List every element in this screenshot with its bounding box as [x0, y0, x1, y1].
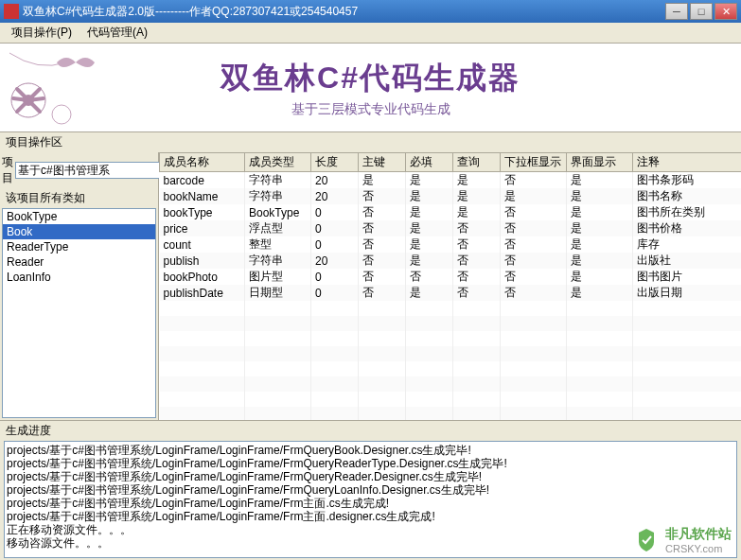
table-cell: publishDate — [160, 285, 245, 301]
table-cell: 是 — [406, 204, 453, 220]
app-icon — [4, 4, 19, 19]
table-cell: 否 — [359, 204, 406, 220]
class-list[interactable]: BookTypeBookReaderTypeReaderLoanInfo — [2, 208, 156, 418]
table-cell: 字符串 — [245, 253, 311, 269]
table-cell: 是 — [567, 253, 633, 269]
table-row — [160, 376, 742, 392]
table-cell: 浮点型 — [245, 220, 311, 236]
table-row — [160, 331, 742, 346]
table-row[interactable]: publish字符串20否是否否是出版社 — [160, 253, 742, 269]
main-area: 项目 ▼ 该项目所有类如 BookTypeBookReaderTypeReade… — [0, 152, 741, 420]
column-header[interactable]: 下拉框显示 — [501, 153, 567, 172]
grid-header-row: 成员名称成员类型长度主键必填查询下拉框显示界面显示注释 — [160, 153, 742, 172]
column-header[interactable]: 界面显示 — [567, 153, 633, 172]
project-combo-input[interactable] — [15, 162, 163, 179]
column-header[interactable]: 查询 — [453, 153, 501, 172]
table-cell: 出版社 — [633, 253, 742, 269]
banner: 双鱼林C#代码生成器 基于三层模式专业代码生成 — [0, 44, 741, 132]
table-cell: 否 — [453, 285, 501, 301]
column-header[interactable]: 注释 — [633, 153, 742, 172]
left-panel: 项目 ▼ 该项目所有类如 BookTypeBookReaderTypeReade… — [0, 152, 159, 420]
table-cell: 0 — [311, 269, 359, 285]
close-button[interactable]: ✕ — [715, 3, 737, 20]
table-row[interactable]: count整型0否是否否是库存 — [160, 236, 742, 253]
table-cell: 是 — [567, 269, 633, 285]
table-row[interactable]: bookPhoto图片型0否否否否是图书图片 — [160, 269, 742, 285]
table-cell: 是 — [567, 188, 633, 204]
table-row[interactable]: barcode字符串20是是是否是图书条形码 — [160, 172, 742, 189]
column-header[interactable]: 必填 — [406, 153, 453, 172]
table-row[interactable]: bookName字符串20否是是是是图书名称 — [160, 188, 742, 204]
table-row[interactable]: publishDate日期型0否是否否是出版日期 — [160, 285, 742, 301]
right-panel: 成员名称成员类型长度主键必填查询下拉框显示界面显示注释 barcode字符串20… — [159, 152, 741, 420]
table-cell: 是 — [406, 172, 453, 189]
table-cell: count — [160, 236, 245, 253]
table-cell: 否 — [359, 236, 406, 253]
table-row — [160, 301, 742, 316]
menu-codemgr[interactable]: 代码管理(A) — [79, 23, 155, 43]
minimize-button[interactable]: ─ — [665, 3, 688, 20]
table-cell: price — [160, 220, 245, 236]
table-cell: 字符串 — [245, 172, 311, 189]
table-cell: 整型 — [245, 236, 311, 253]
table-cell: 否 — [501, 220, 567, 236]
table-cell: 是 — [567, 172, 633, 189]
table-cell: 否 — [406, 269, 453, 285]
log-output[interactable]: projects/基于c#图书管理系统/LoginFrame/LoginFram… — [4, 441, 737, 558]
table-cell: 否 — [501, 236, 567, 253]
table-cell: 0 — [311, 220, 359, 236]
table-cell: 是 — [406, 236, 453, 253]
svg-point-2 — [52, 105, 71, 124]
table-cell: 0 — [311, 236, 359, 253]
table-cell: bookType — [160, 204, 245, 220]
column-header[interactable]: 主键 — [359, 153, 406, 172]
project-label: 项目 — [2, 154, 13, 186]
maximize-button[interactable]: □ — [690, 3, 713, 20]
menu-project[interactable]: 项目操作(P) — [4, 23, 79, 43]
watermark-logo-icon — [633, 527, 660, 553]
class-item[interactable]: LoanInfo — [3, 270, 155, 285]
class-list-label: 该项目所有类如 — [0, 188, 158, 208]
table-cell: 否 — [501, 269, 567, 285]
table-cell: 否 — [359, 269, 406, 285]
table-row[interactable]: bookTypeBookType0否是是否是图书所在类别 — [160, 204, 742, 220]
watermark: 非凡软件站 CRSKY.com — [633, 526, 732, 554]
table-cell: 图书所在类别 — [633, 204, 742, 220]
table-cell: 否 — [453, 269, 501, 285]
table-row[interactable]: price浮点型0否是否否是图书价格 — [160, 220, 742, 236]
table-cell: 0 — [311, 285, 359, 301]
table-cell: 是 — [567, 236, 633, 253]
log-line: 正在移动资源文件。。。 — [7, 523, 734, 536]
table-cell: 图书图片 — [633, 269, 742, 285]
table-cell: 20 — [311, 172, 359, 189]
class-item[interactable]: ReaderType — [3, 239, 155, 254]
column-header[interactable]: 成员类型 — [245, 153, 311, 172]
banner-decoration — [0, 44, 151, 132]
member-grid[interactable]: 成员名称成员类型长度主键必填查询下拉框显示界面显示注释 barcode字符串20… — [159, 152, 741, 420]
column-header[interactable]: 长度 — [311, 153, 359, 172]
class-item[interactable]: BookType — [3, 209, 155, 224]
table-cell: 否 — [359, 220, 406, 236]
table-row — [160, 392, 742, 407]
class-item[interactable]: Book — [3, 224, 155, 239]
table-cell: 是 — [406, 220, 453, 236]
table-cell: 否 — [453, 236, 501, 253]
table-cell: barcode — [160, 172, 245, 189]
table-cell: 字符串 — [245, 188, 311, 204]
banner-title: 双鱼林C#代码生成器 — [221, 58, 520, 99]
table-row — [160, 346, 742, 361]
table-cell: 20 — [311, 188, 359, 204]
banner-subtitle: 基于三层模式专业代码生成 — [291, 101, 450, 118]
table-cell: 是 — [453, 172, 501, 189]
column-header[interactable]: 成员名称 — [160, 153, 245, 172]
table-row — [160, 407, 742, 420]
table-cell: 图书条形码 — [633, 172, 742, 189]
ops-section-label: 项目操作区 — [0, 132, 741, 152]
log-line: projects/基于c#图书管理系统/LoginFrame/LoginFram… — [7, 457, 734, 470]
window-title: 双鱼林C#代码生成器2.0版---------作者QQ:287307421或25… — [23, 4, 665, 20]
table-cell: 是 — [567, 204, 633, 220]
log-line: projects/基于c#图书管理系统/LoginFrame/LoginFram… — [7, 510, 734, 523]
watermark-cn: 非凡软件站 — [665, 526, 732, 543]
table-row — [160, 361, 742, 376]
class-item[interactable]: Reader — [3, 254, 155, 270]
